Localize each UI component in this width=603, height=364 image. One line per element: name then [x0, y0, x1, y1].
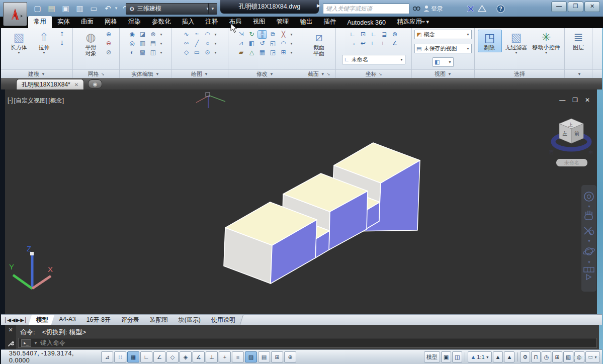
presspull-icon[interactable]: ↥: [58, 31, 66, 38]
new-button[interactable]: ▢: [31, 3, 44, 14]
selection-cycling-toggle[interactable]: ⊞: [271, 351, 283, 362]
layout-tab-块(展示)[interactable]: 块(展示): [170, 314, 209, 325]
measure-icon[interactable]: △: [247, 49, 256, 56]
saveas-button[interactable]: ▥: [73, 3, 86, 14]
dynamic-ucs-toggle[interactable]: ⊥: [206, 351, 218, 362]
object-snap-tracking-toggle[interactable]: ∡: [193, 351, 205, 362]
annotation-scale-button[interactable]: ▲1:1▼: [468, 351, 491, 362]
group-button[interactable]: ⧈组: [593, 30, 602, 51]
offset-face-icon[interactable]: ▩: [138, 49, 147, 56]
save-button[interactable]: ▣: [59, 3, 72, 14]
ribbon-tab-常用[interactable]: 常用: [28, 16, 52, 28]
viewport-config-dropdown[interactable]: ◧▼: [433, 57, 454, 67]
model-space-button[interactable]: 模型: [424, 351, 440, 362]
array-icon[interactable]: ▦: [258, 49, 267, 56]
open-button[interactable]: ▤: [45, 3, 58, 14]
interfere-icon[interactable]: ⊗: [149, 31, 157, 38]
culling-button[interactable]: ◳剔除: [478, 30, 502, 52]
chevron-down-icon[interactable]: ▼: [290, 42, 293, 45]
plot-icon[interactable]: ▭: [90, 4, 97, 13]
chevron-down-icon[interactable]: ▼: [466, 47, 470, 50]
ribbon-tab-插件[interactable]: 插件: [318, 16, 342, 28]
chevron-down-icon[interactable]: ▼: [159, 51, 163, 54]
prev-tab-icon[interactable]: ◀: [12, 317, 16, 323]
ucs-x-icon[interactable]: ⨼: [349, 40, 357, 47]
workspace-dropdown[interactable]: ⚙ 三维建模 ▼: [126, 3, 213, 15]
hardware-acceleration-button[interactable]: ⊞: [552, 351, 562, 362]
exchange-apps-icon[interactable]: [466, 5, 475, 13]
ucs-z-icon[interactable]: ∟: [380, 40, 389, 47]
named-view-icon[interactable]: ▤: [416, 45, 421, 52]
next-tab-icon[interactable]: ▶: [16, 317, 20, 323]
circle-icon[interactable]: ○: [203, 40, 212, 47]
panel-title[interactable]: 坐标↘: [336, 69, 411, 78]
smooth-object-button[interactable]: ◍平滑 对象: [79, 30, 103, 57]
smooth-more-icon[interactable]: ⊕: [105, 31, 113, 38]
chevron-down-icon[interactable]: ▼: [545, 51, 548, 54]
ellipse-icon[interactable]: ⊙: [203, 49, 212, 56]
panel-title[interactable]: 网格↘: [73, 69, 119, 78]
ucs-object-icon[interactable]: ⊚: [391, 31, 399, 38]
ribbon-tab-实体[interactable]: 实体: [52, 16, 75, 28]
offset-icon[interactable]: ◲: [269, 49, 277, 56]
slice-icon[interactable]: ◪: [138, 31, 147, 38]
panel-expand-icon[interactable]: ▼: [41, 72, 45, 76]
command-input[interactable]: ▸_ ▼ 键入命令: [18, 338, 597, 348]
isolate-objects-button[interactable]: ◷: [542, 351, 552, 362]
chevron-down-icon[interactable]: ▼: [214, 51, 217, 54]
application-menu-button[interactable]: [3, 2, 27, 26]
chevron-down-icon[interactable]: ▼: [17, 51, 21, 54]
panel-expand-icon[interactable]: ▼: [321, 72, 325, 76]
signin-button[interactable]: 登录: [423, 5, 443, 13]
panel-expand-icon[interactable]: ▼: [204, 72, 208, 76]
lock-ui-button[interactable]: ⊓: [531, 351, 541, 362]
ucs-icon[interactable]: ∟: [349, 31, 357, 38]
subtract-icon[interactable]: ◎: [128, 40, 136, 47]
chevron-down-icon[interactable]: ▼: [587, 239, 591, 243]
polar-tracking-toggle[interactable]: ∠: [153, 351, 165, 362]
chevron-down-icon[interactable]: ▼: [34, 341, 38, 345]
snap-mode-toggle[interactable]: ∷: [114, 351, 126, 362]
panel-expand-icon[interactable]: ▼: [270, 72, 274, 76]
panel-title[interactable]: 截面▼↘: [302, 69, 335, 78]
save-icon[interactable]: ▣: [62, 4, 69, 13]
separate-icon[interactable]: ◫: [149, 49, 157, 56]
drawing-viewport[interactable]: [-][自定义视图][概念] — ❒ ✕ ZYX上左前西南未命名▼▼▼: [5, 89, 597, 314]
layout-tab-16开-8开[interactable]: 16开-8开: [78, 314, 119, 325]
smooth-object-icon[interactable]: ◍: [85, 31, 96, 44]
ribbon-tab-渲染[interactable]: 渲染: [123, 16, 146, 28]
transparency-toggle[interactable]: ▨: [245, 351, 257, 362]
annotation-visibility-button[interactable]: ▲: [493, 351, 503, 362]
filter-button[interactable]: ▧无过滤器▼: [504, 30, 529, 55]
ribbon-tab-视图[interactable]: 视图: [247, 16, 271, 28]
new-icon[interactable]: ▢: [34, 4, 41, 13]
layers-icon[interactable]: ≣: [573, 31, 583, 44]
extrude-icon[interactable]: ⇧: [39, 31, 49, 44]
gizmo-move-button[interactable]: ✳移动小控件▼: [531, 30, 562, 55]
close-icon[interactable]: ✕: [74, 82, 78, 87]
panel-expand-icon[interactable]: ▼: [577, 72, 581, 76]
extrude-button[interactable]: ⇧拉伸▼: [33, 30, 56, 55]
viewport-config-icon[interactable]: ◧: [435, 59, 440, 65]
chevron-down-icon[interactable]: ▼: [214, 42, 217, 45]
ucs-3point-icon[interactable]: ∠: [391, 40, 399, 47]
workspace-switching-button[interactable]: ⚙: [520, 351, 530, 362]
panel-title[interactable]: ▼: [592, 69, 602, 78]
title-expand-icon[interactable]: ▶: [317, 3, 320, 8]
panel-title[interactable]: 实体编辑▼: [120, 69, 171, 78]
smooth-refine-icon[interactable]: ⊘: [105, 49, 113, 56]
erase-icon[interactable]: ▰: [237, 49, 245, 56]
spline-icon[interactable]: ∾: [182, 40, 191, 47]
dynamic-input-toggle[interactable]: +: [219, 351, 231, 362]
ortho-mode-toggle[interactable]: ∟: [140, 351, 152, 362]
ribbon-tab-参数化[interactable]: 参数化: [146, 16, 177, 28]
workspace-overflow-button[interactable]: ▼: [208, 3, 217, 15]
quick-view-drawings-button[interactable]: ◫: [452, 351, 462, 362]
ribbon-tab-输出[interactable]: 输出: [295, 16, 318, 28]
named-view-dropdown[interactable]: ▤未保存的视图▼: [414, 44, 472, 53]
panel-expand-icon[interactable]: ▼: [448, 72, 452, 76]
panel-title[interactable]: 视图▼: [412, 69, 474, 78]
customize-wrench-icon[interactable]: [7, 340, 14, 347]
chevron-down-icon[interactable]: ▼: [448, 60, 452, 64]
shell-icon[interactable]: ▤: [149, 40, 157, 47]
